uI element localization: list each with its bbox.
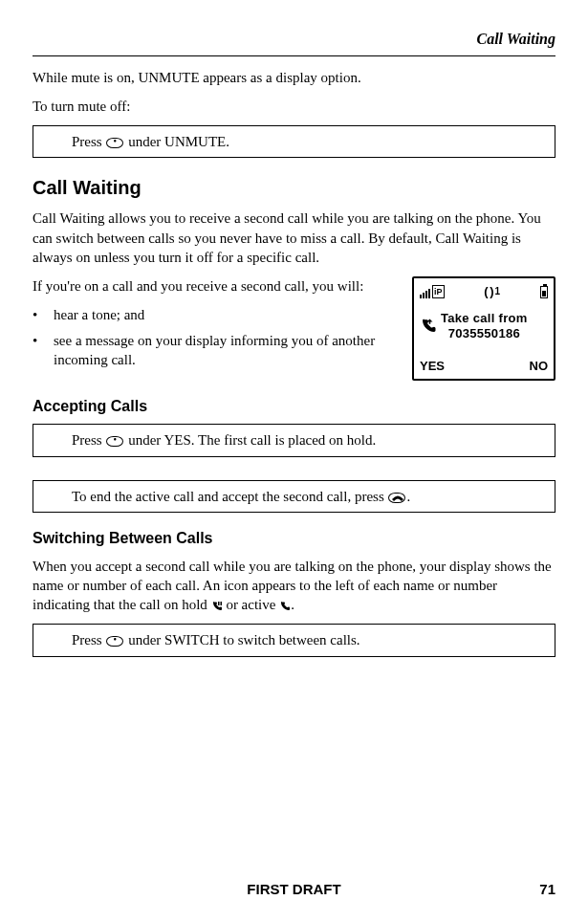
turn-mute-off-label: To turn mute off: <box>33 97 555 116</box>
bullet-message: see a message on your display informing … <box>54 331 403 370</box>
header-rule <box>33 55 555 56</box>
softkey-icon <box>106 636 123 647</box>
page-footer: FIRST DRAFT 71 <box>33 880 555 899</box>
call-waiting-description: Call Waiting allows you to receive a sec… <box>33 209 555 267</box>
svg-rect-1 <box>220 602 222 605</box>
list-item: •see a message on your display informing… <box>33 331 403 370</box>
two-column-block: If you're on a call and you receive a se… <box>33 276 555 381</box>
screen-line2: 7035550186 <box>441 326 528 341</box>
second-call-lead: If you're on a call and you receive a se… <box>33 276 403 296</box>
box3-post: . <box>406 489 410 504</box>
switch-para-2: or active <box>223 597 280 612</box>
hold-icon <box>211 601 223 612</box>
end-call-icon <box>388 493 405 503</box>
box4-pre: Press <box>72 632 105 648</box>
paren-icon: ( ) <box>484 283 492 300</box>
footer-draft-label: FIRST DRAFT <box>247 880 340 899</box>
battery-icon <box>540 286 548 298</box>
active-icon <box>279 601 291 612</box>
softkey-icon <box>106 138 123 148</box>
line-one-icon: 1 <box>495 285 501 298</box>
screen-line1: Take call from <box>441 311 528 326</box>
instruction-box-switch: Press under SWITCH to switch between cal… <box>33 624 555 656</box>
ip-icon: iP <box>432 285 445 298</box>
bullet-tone: hear a tone; and <box>54 305 144 324</box>
phone-display-illustration: iP ( ) 1 Take call from 7035550186 YES N… <box>412 276 555 381</box>
mute-display-note: While mute is on, UNMUTE appears as a di… <box>33 68 555 87</box>
box2-post: under YES. The first call is placed on h… <box>124 432 376 448</box>
incoming-call-icon <box>420 318 437 335</box>
signal-icon <box>420 289 430 298</box>
svg-rect-0 <box>218 602 220 605</box>
subhead-switching-calls: Switching Between Calls <box>33 528 555 549</box>
softkey-yes: YES <box>420 358 445 375</box>
page-number: 71 <box>539 880 555 899</box>
box3-pre: To end the active call and accept the se… <box>72 489 387 504</box>
box4-post: under SWITCH to switch between calls. <box>124 632 359 648</box>
section-title-call-waiting: Call Waiting <box>33 175 555 201</box>
box1-post: under UNMUTE. <box>124 134 229 149</box>
box2-pre: Press <box>72 432 105 448</box>
softkey-icon <box>106 436 123 447</box>
running-head: Call Waiting <box>33 29 555 50</box>
instruction-box-accept: Press under YES. The first call is place… <box>33 424 555 456</box>
subhead-accepting-calls: Accepting Calls <box>33 396 555 417</box>
switch-para-3: . <box>291 597 294 612</box>
switching-para: When you accept a second call while you … <box>33 557 555 615</box>
box1-pre: Press <box>72 134 105 149</box>
list-item: •hear a tone; and <box>33 305 403 324</box>
instruction-box-end-accept: To end the active call and accept the se… <box>33 480 555 513</box>
instruction-box-unmute: Press under UNMUTE. <box>33 125 555 158</box>
softkey-no: NO <box>530 358 549 375</box>
